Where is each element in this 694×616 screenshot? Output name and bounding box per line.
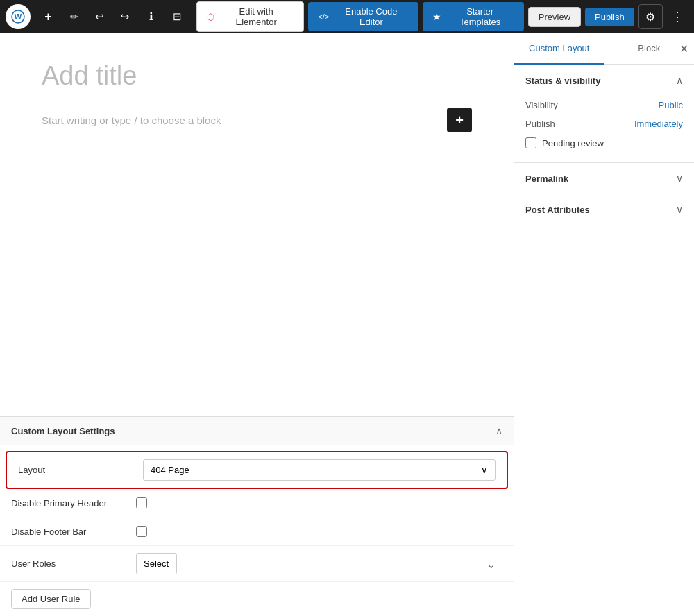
ellipsis-icon: ⋮ — [671, 9, 684, 24]
enable-code-editor-button[interactable]: </> Enable Code Editor — [308, 2, 418, 31]
settings-button[interactable]: ⚙ — [638, 4, 663, 29]
user-roles-select-wrapper: Select — [136, 553, 502, 574]
block-placeholder-text: Start writing or type / to choose a bloc… — [42, 114, 221, 126]
plus-inline-icon: + — [455, 112, 464, 128]
disable-primary-header-row: Disable Primary Header — [0, 489, 514, 517]
disable-footer-bar-row: Disable Footer Bar — [0, 517, 514, 546]
status-visibility-chevron: ∧ — [676, 75, 683, 86]
redo-button[interactable]: ↪ — [115, 6, 136, 28]
permalink-header[interactable]: Permalink ∨ — [514, 163, 694, 194]
tools-icon: ⊟ — [173, 10, 182, 23]
star-icon: ★ — [432, 11, 441, 22]
add-user-rule-row: Add User Rule — [0, 582, 514, 616]
pen-tool-button[interactable]: ✏ — [63, 6, 85, 28]
disable-primary-header-checkbox[interactable] — [136, 497, 147, 508]
add-user-rule-button[interactable]: Add User Rule — [11, 589, 91, 609]
plus-icon: + — [44, 10, 52, 24]
tools-button[interactable]: ⊟ — [167, 6, 188, 28]
layout-row: Layout 404 Page ∨ — [6, 451, 508, 489]
info-icon: ℹ — [149, 10, 153, 23]
gear-icon: ⚙ — [645, 10, 655, 24]
sidebar-tabs: Custom Layout Block ✕ — [514, 33, 694, 65]
status-visibility-title: Status & visibility — [525, 76, 600, 86]
preview-button[interactable]: Preview — [528, 7, 581, 27]
publish-label: Publish — [525, 119, 555, 129]
custom-layout-settings-panel: Custom Layout Settings ∧ Layout 404 Page… — [0, 416, 514, 616]
wp-logo[interactable]: W — [6, 4, 31, 29]
panel-collapse-button[interactable]: ∧ — [496, 425, 502, 436]
pending-review-label: Pending review — [542, 138, 604, 148]
more-options-button[interactable]: ⋮ — [667, 6, 688, 28]
chevron-up-icon: ∧ — [496, 425, 502, 436]
permalink-chevron: ∨ — [676, 173, 683, 184]
status-visibility-section: Status & visibility ∧ Visibility Public … — [514, 65, 694, 163]
tab-custom-layout[interactable]: Custom Layout — [514, 33, 604, 65]
visibility-row: Visibility Public — [525, 96, 683, 114]
main-area: Add title Start writing or type / to cho… — [0, 33, 694, 616]
panel-header: Custom Layout Settings ∧ — [0, 417, 514, 445]
add-block-inline-button[interactable]: + — [447, 108, 472, 132]
post-attributes-chevron: ∨ — [676, 204, 683, 215]
redo-icon: ↪ — [121, 10, 130, 23]
status-visibility-body: Visibility Public Publish Immediately Pe… — [514, 96, 694, 162]
publish-value[interactable]: Immediately — [634, 119, 683, 129]
main-toolbar: W + ✏ ↩ ↪ ℹ ⊟ ⬡ Edit with Elementor </> … — [0, 0, 694, 33]
info-button[interactable]: ℹ — [141, 6, 162, 28]
undo-button[interactable]: ↩ — [89, 6, 110, 28]
user-roles-select[interactable]: Select — [136, 553, 177, 574]
pen-icon: ✏ — [70, 11, 78, 22]
layout-control: 404 Page ∨ — [143, 459, 496, 481]
status-visibility-header[interactable]: Status & visibility ∧ — [514, 65, 694, 96]
post-attributes-title: Post Attributes — [525, 205, 590, 215]
permalink-section: Permalink ∨ — [514, 163, 694, 194]
editor-canvas: Add title Start writing or type / to cho… — [0, 33, 514, 416]
panel-title: Custom Layout Settings — [11, 426, 115, 436]
chevron-down-icon: ∨ — [481, 465, 488, 475]
elementor-icon: ⬡ — [207, 12, 214, 22]
post-attributes-header[interactable]: Post Attributes ∨ — [514, 194, 694, 225]
code-icon: </> — [318, 12, 329, 21]
pending-review-checkbox[interactable] — [525, 137, 536, 148]
publish-button[interactable]: Publish — [585, 8, 634, 26]
add-block-toolbar-button[interactable]: + — [37, 6, 59, 28]
permalink-title: Permalink — [525, 173, 568, 184]
post-attributes-section: Post Attributes ∨ — [514, 194, 694, 225]
editor-area: Add title Start writing or type / to cho… — [0, 33, 514, 616]
disable-footer-bar-checkbox[interactable] — [136, 526, 147, 537]
sidebar-close-button[interactable]: ✕ — [679, 42, 688, 55]
undo-icon: ↩ — [95, 10, 104, 23]
user-roles-label-group: User Roles ? — [11, 558, 136, 570]
right-sidebar: Custom Layout Block ✕ Status & visibilit… — [514, 33, 694, 616]
publish-row: Publish Immediately — [525, 114, 683, 133]
close-icon: ✕ — [679, 43, 688, 55]
visibility-label: Visibility — [525, 100, 558, 110]
user-roles-row: User Roles ? Select — [0, 546, 514, 582]
starter-templates-button[interactable]: ★ Starter Templates — [423, 2, 523, 31]
user-roles-label: User Roles — [11, 558, 136, 569]
panel-body: Layout 404 Page ∨ Disable Primary Header — [0, 451, 514, 616]
layout-select[interactable]: 404 Page ∨ — [143, 459, 496, 481]
title-field[interactable]: Add title — [42, 61, 472, 91]
pending-review-row: Pending review — [525, 133, 683, 153]
edit-elementor-button[interactable]: ⬡ Edit with Elementor — [196, 1, 305, 32]
visibility-value[interactable]: Public — [659, 100, 683, 110]
svg-text:W: W — [15, 12, 22, 21]
disable-footer-bar-label: Disable Footer Bar — [11, 527, 136, 537]
layout-label: Layout — [18, 465, 143, 475]
add-block-area: Start writing or type / to choose a bloc… — [42, 108, 472, 132]
disable-primary-header-label: Disable Primary Header — [11, 498, 136, 508]
